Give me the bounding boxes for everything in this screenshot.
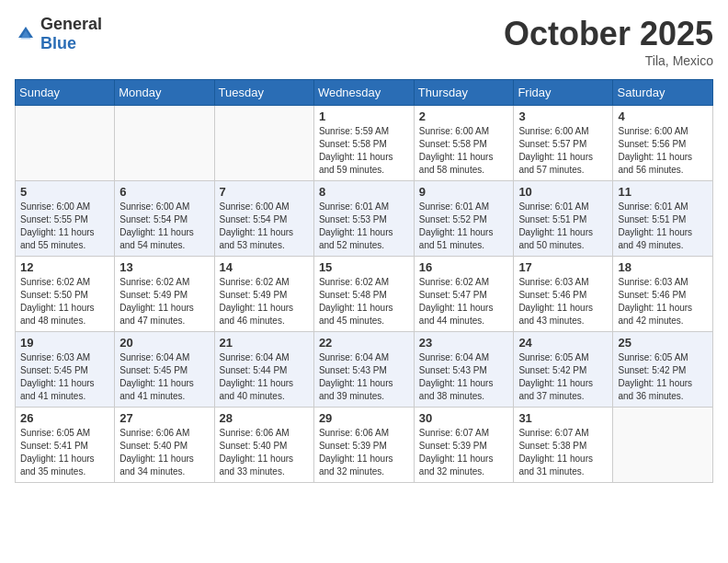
day-info: Sunrise: 6:00 AM Sunset: 5:54 PM Dayligh… xyxy=(119,201,209,252)
title-block: October 2025 Tila, Mexico xyxy=(504,15,713,68)
table-row: 18Sunrise: 6:03 AM Sunset: 5:46 PM Dayli… xyxy=(613,257,713,332)
table-row: 28Sunrise: 6:06 AM Sunset: 5:40 PM Dayli… xyxy=(214,408,313,483)
table-row: 26Sunrise: 6:05 AM Sunset: 5:41 PM Dayli… xyxy=(16,408,115,483)
table-row: 23Sunrise: 6:04 AM Sunset: 5:43 PM Dayli… xyxy=(414,332,514,408)
table-row: 2Sunrise: 6:00 AM Sunset: 5:58 PM Daylig… xyxy=(414,106,514,181)
table-row xyxy=(16,106,115,181)
table-row: 12Sunrise: 6:02 AM Sunset: 5:50 PM Dayli… xyxy=(16,257,115,332)
day-number: 5 xyxy=(20,185,109,199)
day-number: 7 xyxy=(220,185,309,199)
day-number: 2 xyxy=(419,109,509,123)
day-number: 15 xyxy=(319,260,409,274)
day-number: 11 xyxy=(618,185,708,199)
day-info: Sunrise: 6:02 AM Sunset: 5:50 PM Dayligh… xyxy=(20,276,109,327)
table-row: 10Sunrise: 6:01 AM Sunset: 5:51 PM Dayli… xyxy=(514,181,613,257)
calendar-week-row: 26Sunrise: 6:05 AM Sunset: 5:41 PM Dayli… xyxy=(16,408,713,483)
day-info: Sunrise: 6:02 AM Sunset: 5:48 PM Dayligh… xyxy=(319,276,409,327)
table-row xyxy=(613,408,713,483)
day-info: Sunrise: 6:00 AM Sunset: 5:55 PM Dayligh… xyxy=(20,201,109,252)
table-row: 9Sunrise: 6:01 AM Sunset: 5:52 PM Daylig… xyxy=(414,181,514,257)
day-info: Sunrise: 6:04 AM Sunset: 5:45 PM Dayligh… xyxy=(119,351,209,403)
day-number: 31 xyxy=(518,411,608,425)
day-number: 18 xyxy=(618,260,708,274)
table-row: 15Sunrise: 6:02 AM Sunset: 5:48 PM Dayli… xyxy=(313,257,414,332)
day-info: Sunrise: 6:04 AM Sunset: 5:43 PM Dayligh… xyxy=(319,351,409,403)
month-title: October 2025 xyxy=(504,15,713,53)
table-row: 21Sunrise: 6:04 AM Sunset: 5:44 PM Dayli… xyxy=(214,332,313,408)
day-info: Sunrise: 6:00 AM Sunset: 5:58 PM Dayligh… xyxy=(419,125,509,177)
day-info: Sunrise: 6:06 AM Sunset: 5:40 PM Dayligh… xyxy=(119,427,209,478)
col-friday: Friday xyxy=(514,80,613,106)
day-number: 23 xyxy=(419,336,509,350)
table-row: 14Sunrise: 6:02 AM Sunset: 5:49 PM Dayli… xyxy=(214,257,313,332)
day-info: Sunrise: 6:07 AM Sunset: 5:38 PM Dayligh… xyxy=(518,427,608,478)
calendar-week-row: 1Sunrise: 5:59 AM Sunset: 5:58 PM Daylig… xyxy=(16,106,713,181)
table-row: 27Sunrise: 6:06 AM Sunset: 5:40 PM Dayli… xyxy=(115,408,214,483)
col-sunday: Sunday xyxy=(16,80,115,106)
day-number: 13 xyxy=(119,260,209,274)
day-number: 19 xyxy=(20,336,109,350)
table-row: 6Sunrise: 6:00 AM Sunset: 5:54 PM Daylig… xyxy=(115,181,214,257)
day-info: Sunrise: 6:07 AM Sunset: 5:39 PM Dayligh… xyxy=(419,427,509,478)
logo-general: General xyxy=(40,15,102,33)
day-info: Sunrise: 6:05 AM Sunset: 5:41 PM Dayligh… xyxy=(20,427,109,478)
page-header: General Blue October 2025 Tila, Mexico xyxy=(15,15,713,68)
day-info: Sunrise: 6:02 AM Sunset: 5:47 PM Dayligh… xyxy=(419,276,509,327)
day-number: 27 xyxy=(119,411,209,425)
day-info: Sunrise: 6:00 AM Sunset: 5:56 PM Dayligh… xyxy=(618,125,708,177)
col-monday: Monday xyxy=(115,80,214,106)
col-tuesday: Tuesday xyxy=(214,80,313,106)
table-row: 4Sunrise: 6:00 AM Sunset: 5:56 PM Daylig… xyxy=(613,106,713,181)
logo: General Blue xyxy=(15,15,102,53)
day-number: 22 xyxy=(319,336,409,350)
day-info: Sunrise: 6:01 AM Sunset: 5:52 PM Dayligh… xyxy=(419,201,509,252)
day-number: 26 xyxy=(20,411,109,425)
day-number: 28 xyxy=(220,411,309,425)
day-number: 17 xyxy=(518,260,608,274)
table-row: 11Sunrise: 6:01 AM Sunset: 5:51 PM Dayli… xyxy=(613,181,713,257)
day-number: 16 xyxy=(419,260,509,274)
day-number: 30 xyxy=(419,411,509,425)
day-info: Sunrise: 6:01 AM Sunset: 5:51 PM Dayligh… xyxy=(618,201,708,252)
table-row: 7Sunrise: 6:00 AM Sunset: 5:54 PM Daylig… xyxy=(214,181,313,257)
day-number: 25 xyxy=(618,336,708,350)
day-info: Sunrise: 6:05 AM Sunset: 5:42 PM Dayligh… xyxy=(518,351,608,403)
weekday-header-row: Sunday Monday Tuesday Wednesday Thursday… xyxy=(16,80,713,106)
day-info: Sunrise: 6:05 AM Sunset: 5:42 PM Dayligh… xyxy=(618,351,708,403)
table-row xyxy=(214,106,313,181)
table-row: 3Sunrise: 6:00 AM Sunset: 5:57 PM Daylig… xyxy=(514,106,613,181)
day-number: 21 xyxy=(220,336,309,350)
col-thursday: Thursday xyxy=(414,80,514,106)
day-number: 29 xyxy=(319,411,409,425)
calendar-week-row: 19Sunrise: 6:03 AM Sunset: 5:45 PM Dayli… xyxy=(16,332,713,408)
day-number: 4 xyxy=(618,109,708,123)
calendar-week-row: 5Sunrise: 6:00 AM Sunset: 5:55 PM Daylig… xyxy=(16,181,713,257)
table-row: 13Sunrise: 6:02 AM Sunset: 5:49 PM Dayli… xyxy=(115,257,214,332)
day-info: Sunrise: 6:01 AM Sunset: 5:51 PM Dayligh… xyxy=(518,201,608,252)
day-number: 10 xyxy=(518,185,608,199)
table-row: 24Sunrise: 6:05 AM Sunset: 5:42 PM Dayli… xyxy=(514,332,613,408)
day-info: Sunrise: 6:03 AM Sunset: 5:46 PM Dayligh… xyxy=(518,276,608,327)
day-number: 8 xyxy=(319,185,409,199)
day-number: 24 xyxy=(518,336,608,350)
table-row: 19Sunrise: 6:03 AM Sunset: 5:45 PM Dayli… xyxy=(16,332,115,408)
table-row: 5Sunrise: 6:00 AM Sunset: 5:55 PM Daylig… xyxy=(16,181,115,257)
logo-icon xyxy=(15,23,37,45)
table-row: 8Sunrise: 6:01 AM Sunset: 5:53 PM Daylig… xyxy=(313,181,414,257)
calendar: Sunday Monday Tuesday Wednesday Thursday… xyxy=(15,79,713,483)
day-info: Sunrise: 6:06 AM Sunset: 5:40 PM Dayligh… xyxy=(220,427,309,478)
day-number: 1 xyxy=(319,109,409,123)
day-number: 6 xyxy=(119,185,209,199)
table-row: 20Sunrise: 6:04 AM Sunset: 5:45 PM Dayli… xyxy=(115,332,214,408)
table-row: 25Sunrise: 6:05 AM Sunset: 5:42 PM Dayli… xyxy=(613,332,713,408)
day-info: Sunrise: 6:04 AM Sunset: 5:43 PM Dayligh… xyxy=(419,351,509,403)
table-row: 31Sunrise: 6:07 AM Sunset: 5:38 PM Dayli… xyxy=(514,408,613,483)
location: Tila, Mexico xyxy=(504,53,713,68)
table-row: 29Sunrise: 6:06 AM Sunset: 5:39 PM Dayli… xyxy=(313,408,414,483)
day-number: 9 xyxy=(419,185,509,199)
day-info: Sunrise: 6:00 AM Sunset: 5:57 PM Dayligh… xyxy=(518,125,608,177)
logo-blue: Blue xyxy=(40,34,76,52)
calendar-week-row: 12Sunrise: 6:02 AM Sunset: 5:50 PM Dayli… xyxy=(16,257,713,332)
day-info: Sunrise: 5:59 AM Sunset: 5:58 PM Dayligh… xyxy=(319,125,409,177)
day-info: Sunrise: 6:04 AM Sunset: 5:44 PM Dayligh… xyxy=(220,351,309,403)
